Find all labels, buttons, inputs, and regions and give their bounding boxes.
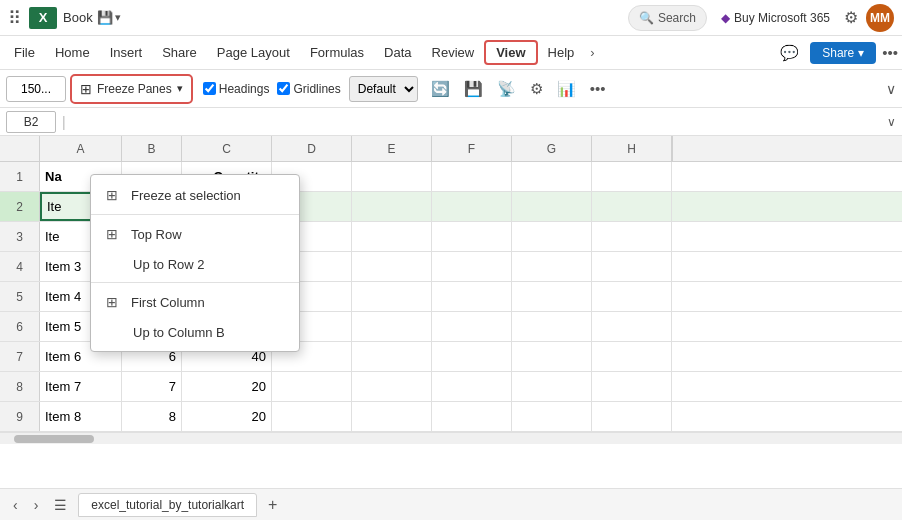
sheet-list-icon[interactable]: ☰ [49, 495, 72, 515]
menu-insert[interactable]: Insert [100, 41, 153, 64]
formula-input[interactable] [72, 111, 883, 133]
cell-e5[interactable] [352, 282, 432, 311]
cell-e3[interactable] [352, 222, 432, 251]
first-column-item[interactable]: ⊞ First Column [91, 286, 299, 318]
toolbar-expand-icon[interactable]: ∨ [886, 81, 896, 97]
avatar[interactable]: MM [866, 4, 894, 32]
cell-e1[interactable] [352, 162, 432, 191]
toolbar-more-icon[interactable]: ••• [585, 78, 611, 99]
comment-icon[interactable]: 💬 [775, 42, 804, 64]
toolbar-icon-4[interactable]: ⚙ [525, 78, 548, 100]
cell-f7[interactable] [432, 342, 512, 371]
scrollbar-thumb[interactable] [14, 435, 94, 443]
headings-checkbox[interactable] [203, 82, 216, 95]
menu-data[interactable]: Data [374, 41, 421, 64]
cell-a8[interactable]: Item 7 [40, 372, 122, 401]
cell-f1[interactable] [432, 162, 512, 191]
headings-checkbox-label: Headings [203, 82, 270, 96]
cell-f3[interactable] [432, 222, 512, 251]
cell-g7[interactable] [512, 342, 592, 371]
cell-g1[interactable] [512, 162, 592, 191]
cell-f8[interactable] [432, 372, 512, 401]
cell-h8[interactable] [592, 372, 672, 401]
cell-c8[interactable]: 20 [182, 372, 272, 401]
col-header-d: D [272, 136, 352, 161]
row-num: 2 [0, 192, 40, 221]
cell-f6[interactable] [432, 312, 512, 341]
cell-h5[interactable] [592, 282, 672, 311]
cell-g3[interactable] [512, 222, 592, 251]
top-row-item[interactable]: ⊞ Top Row [91, 218, 299, 250]
up-to-row-item[interactable]: Up to Row 2 [91, 250, 299, 279]
menu-view[interactable]: View [484, 40, 537, 65]
cell-g5[interactable] [512, 282, 592, 311]
freeze-at-selection-item[interactable]: ⊞ Freeze at selection [91, 179, 299, 211]
dropdown-divider-1 [91, 214, 299, 215]
cell-b9[interactable]: 8 [122, 402, 182, 431]
sheet-tab[interactable]: excel_tutorial_by_tutorialkart [78, 493, 257, 517]
view-select[interactable]: Default [349, 76, 418, 102]
freeze-panes-button[interactable]: ⊞ Freeze Panes ▾ [70, 74, 193, 104]
buy-microsoft-button[interactable]: ◆ Buy Microsoft 365 [715, 9, 836, 27]
menu-home[interactable]: Home [45, 41, 100, 64]
grid-icon: ⠿ [8, 7, 21, 29]
cell-f2[interactable] [432, 192, 512, 221]
cell-e4[interactable] [352, 252, 432, 281]
search-button[interactable]: 🔍 Search [628, 5, 707, 31]
next-sheet-button[interactable]: › [29, 495, 44, 515]
cell-h2[interactable] [592, 192, 672, 221]
cell-c9[interactable]: 20 [182, 402, 272, 431]
cell-f4[interactable] [432, 252, 512, 281]
menu-page-layout[interactable]: Page Layout [207, 41, 300, 64]
cell-g4[interactable] [512, 252, 592, 281]
horizontal-scrollbar[interactable] [0, 432, 902, 444]
cell-h1[interactable] [592, 162, 672, 191]
cell-g6[interactable] [512, 312, 592, 341]
cell-reference-input[interactable] [6, 76, 66, 102]
menu-review[interactable]: Review [422, 41, 485, 64]
share-button[interactable]: Share ▾ [810, 42, 876, 64]
cell-h7[interactable] [592, 342, 672, 371]
freeze-selection-icon: ⊞ [103, 186, 121, 204]
toolbar-icon-3[interactable]: 📡 [492, 78, 521, 100]
cell-e7[interactable] [352, 342, 432, 371]
add-sheet-button[interactable]: + [263, 496, 282, 514]
menu-formulas[interactable]: Formulas [300, 41, 374, 64]
cell-h3[interactable] [592, 222, 672, 251]
cell-g9[interactable] [512, 402, 592, 431]
formula-divider: | [60, 114, 68, 130]
up-to-column-item[interactable]: Up to Column B [91, 318, 299, 347]
cell-h4[interactable] [592, 252, 672, 281]
dropdown-arrow[interactable]: ▾ [115, 11, 121, 24]
cell-a9[interactable]: Item 8 [40, 402, 122, 431]
toolbar-icon-5[interactable]: 📊 [552, 78, 581, 100]
toolbar-icon-1[interactable]: 🔄 [426, 78, 455, 100]
top-row-icon: ⊞ [103, 225, 121, 243]
cell-g8[interactable] [512, 372, 592, 401]
settings-icon[interactable]: ⚙ [844, 8, 858, 27]
row-corner [0, 136, 40, 161]
cell-d8[interactable] [272, 372, 352, 401]
cell-b8[interactable]: 7 [122, 372, 182, 401]
menu-overflow-icon[interactable]: ••• [882, 44, 898, 61]
row-num: 1 [0, 162, 40, 191]
cell-g2[interactable] [512, 192, 592, 221]
cell-h9[interactable] [592, 402, 672, 431]
col-header-a: A [40, 136, 122, 161]
cell-e6[interactable] [352, 312, 432, 341]
gridlines-checkbox[interactable] [277, 82, 290, 95]
cell-h6[interactable] [592, 312, 672, 341]
cell-f9[interactable] [432, 402, 512, 431]
prev-sheet-button[interactable]: ‹ [8, 495, 23, 515]
formula-expand-icon[interactable]: ∨ [887, 115, 896, 129]
cell-e2[interactable] [352, 192, 432, 221]
cell-f5[interactable] [432, 282, 512, 311]
cell-e8[interactable] [352, 372, 432, 401]
menu-file[interactable]: File [4, 41, 45, 64]
menu-more[interactable]: › [584, 41, 600, 64]
cell-d9[interactable] [272, 402, 352, 431]
menu-share[interactable]: Share [152, 41, 207, 64]
toolbar-icon-2[interactable]: 💾 [459, 78, 488, 100]
cell-e9[interactable] [352, 402, 432, 431]
menu-help[interactable]: Help [538, 41, 585, 64]
